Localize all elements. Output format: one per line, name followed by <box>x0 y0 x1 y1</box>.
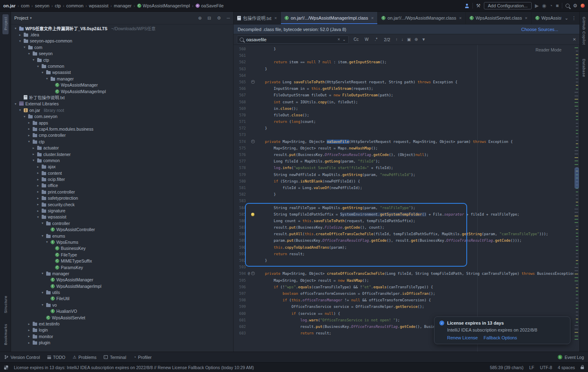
code-line[interactable]: 577 Long fileId = MapUtils.getLong(param… <box>234 158 573 165</box>
tree-chevron-icon[interactable]: ▾ <box>45 77 49 80</box>
intention-bulb-icon[interactable] <box>251 213 254 216</box>
tree-item[interactable]: ▾wpsassist <box>11 69 233 76</box>
tree-chevron-icon[interactable]: ▾ <box>27 140 31 143</box>
tree-chevron-icon[interactable]: ▾ <box>40 272 45 275</box>
code-line[interactable]: 561 <box>234 52 573 59</box>
editor-tab[interactable]: Con.jar!/.../WpsAssistManager.class× <box>378 12 466 24</box>
close-tab-icon[interactable]: × <box>274 16 277 20</box>
tree-item[interactable]: CWpsAssistManagerImpl <box>11 88 233 94</box>
tree-item[interactable]: CWpsAssistManagerImpl <box>11 283 233 289</box>
tree-chevron-icon[interactable]: ▸ <box>27 341 31 345</box>
reader-mode-label[interactable]: Reader Mode <box>535 47 561 52</box>
tree-chevron-icon[interactable]: ▸ <box>27 328 31 332</box>
code-line[interactable]: 589 param.put(BusinessKey.OfficeTransRes… <box>234 237 573 244</box>
code-line[interactable]: 588 result.putAll(this.createOfficeTrans… <box>234 231 573 237</box>
filter-search-icon[interactable]: ▼ <box>422 37 426 42</box>
add-configuration-button[interactable]: Add Configuration... <box>484 2 532 9</box>
clear-search-icon[interactable]: × <box>338 37 340 42</box>
code-line[interactable]: 585 String tempFileIdPathSuffix = System… <box>234 211 573 218</box>
code-line[interactable]: 596 if (!"wps".equals(canTransFileType) … <box>234 284 573 290</box>
tree-item[interactable]: ▸cmp.controller <box>11 132 233 138</box>
code-line[interactable]: 598 if (this.officeTransManager != null … <box>234 297 573 303</box>
tree-chevron-icon[interactable]: ▾ <box>40 303 45 307</box>
code-line[interactable]: 565− private Long saveFileToPath(HttpSer… <box>234 79 573 85</box>
close-tab-icon[interactable]: × <box>459 16 461 20</box>
profiler-icon[interactable]: ◔ <box>550 3 552 8</box>
tree-chevron-icon[interactable]: ▸ <box>27 127 31 131</box>
code-line[interactable]: 578 log.info("wpsAssist SaveFile start!f… <box>234 165 573 171</box>
close-tab-icon[interactable]: × <box>371 16 374 20</box>
tree-item[interactable]: ▾common <box>11 63 233 69</box>
tree-item[interactable]: CWpsAssistServlet <box>11 314 233 321</box>
tree-chevron-icon[interactable]: ▸ <box>27 121 31 125</box>
code-line[interactable]: 581 fileId = Long.valueOf(newPdfFileId); <box>234 185 573 191</box>
code-line[interactable]: 583 <box>234 198 573 204</box>
tree-chevron-icon[interactable]: ▸ <box>31 146 36 150</box>
code-line[interactable]: 580 if (Strings.isNotBlank(newPdfFileId)… <box>234 178 573 185</box>
stripe-button-structure[interactable]: Structure <box>2 293 9 317</box>
breadcrumb-item[interactable]: moaSaveFile <box>196 3 224 8</box>
code-line[interactable]: 579 String newPdfFileId = MapUtils.getSt… <box>234 172 573 178</box>
tree-item[interactable]: ▸plugin <box>11 340 233 346</box>
code-line[interactable]: 567 FileOutputStream fileOut = new FileO… <box>234 92 573 98</box>
code-line[interactable]: 571 return (long)count; <box>234 118 573 125</box>
hidden-tabs-icon[interactable]: ⌄ <box>565 16 568 21</box>
tree-chevron-icon[interactable]: ▾ <box>18 39 22 43</box>
code-line[interactable]: 562 return item == null ? null : item.ge… <box>234 59 573 65</box>
code-line[interactable]: 595 Map<String, Object> result = new Has… <box>234 277 573 284</box>
tree-item[interactable]: ▸apps <box>11 120 233 126</box>
code-line[interactable]: 599 OfficeTransService service = OfficeT… <box>234 303 573 310</box>
build-hammer-icon[interactable]: ⚒ <box>476 3 481 8</box>
breadcrumb-item[interactable]: manager <box>114 3 131 8</box>
toolwindow-button-todo[interactable]: TODO <box>47 355 65 360</box>
tree-item[interactable]: ▾com.seeyon <box>11 113 233 119</box>
tree-item[interactable]: ▸monitor <box>11 333 233 339</box>
tree-chevron-icon[interactable]: ▾ <box>40 71 45 74</box>
tree-item[interactable]: ▾com <box>11 44 233 50</box>
tree-item[interactable]: CWpsAssistManager <box>11 82 233 88</box>
code-line[interactable]: 600 if (service == null) { <box>234 310 573 317</box>
code-line[interactable]: 592 } <box>234 257 573 264</box>
fold-icon[interactable]: − <box>251 272 255 275</box>
breadcrumb-item[interactable]: seeyon <box>35 3 49 8</box>
breadcrumb-item[interactable]: ctp <box>55 3 61 8</box>
breadcrumb-item[interactable]: common <box>66 3 83 8</box>
tree-item[interactable]: ▸ajax <box>11 164 233 170</box>
code-line[interactable]: 593 <box>234 264 573 270</box>
breadcrumb-item[interactable]: com <box>21 3 29 8</box>
search-query[interactable]: oasavefile <box>246 37 267 42</box>
tree-chevron-icon[interactable]: ▾ <box>31 58 36 62</box>
toolwindow-button-version-control[interactable]: Version Control <box>4 355 40 360</box>
tree-item[interactable]: ▾on.jarlibrary root <box>11 107 233 113</box>
tree-item[interactable]: ▾WPS任意文件上传漏洞补丁_V8.0sp2&LTS~/Downloads/WP… <box>11 25 233 31</box>
tree-item[interactable]: 补丁包操作说明.txt <box>11 94 233 100</box>
toolwindow-button-profiler[interactable]: ◔Profiler <box>134 355 151 360</box>
tree-chevron-icon[interactable]: ▾ <box>18 108 22 112</box>
settings-gear-icon[interactable]: ⚙ <box>573 3 577 8</box>
tree-chevron-icon[interactable]: ▸ <box>36 190 40 194</box>
tree-chevron-icon[interactable]: ▾ <box>40 291 45 294</box>
search-history-icon[interactable]: ⌄ <box>343 37 346 42</box>
tree-chevron-icon[interactable]: ▾ <box>22 115 27 118</box>
tree-item[interactable]: CWpsAssistManager <box>11 277 233 283</box>
code-line[interactable]: 570 fileOut.close(); <box>234 112 573 118</box>
fold-icon[interactable]: − <box>251 140 255 143</box>
editor-tab[interactable]: CWpsAssistController.class× <box>532 12 561 24</box>
tree-item[interactable]: CFileType <box>11 252 233 258</box>
debug-icon[interactable]: ◉ <box>542 3 546 8</box>
code-line[interactable]: 560 } <box>234 46 573 52</box>
toolwindow-switcher-icon[interactable] <box>4 365 8 370</box>
scrollbar-thumb[interactable] <box>575 167 579 189</box>
tree-item[interactable]: ▾ctp <box>11 138 233 145</box>
tree-item[interactable]: ▸cluster.listener <box>11 151 233 157</box>
indent-indicator[interactable]: 4 spaces <box>558 365 575 370</box>
fold-icon[interactable]: − <box>251 80 255 84</box>
tree-item[interactable]: CFileUtil <box>11 296 233 302</box>
tree-chevron-icon[interactable]: ▾ <box>13 102 18 106</box>
close-search-icon[interactable]: ✕ <box>573 37 576 42</box>
code-with-me-icon[interactable] <box>465 4 469 8</box>
stripe-button-project[interactable]: Project <box>2 14 9 34</box>
tree-chevron-icon[interactable]: ▾ <box>40 221 45 225</box>
tree-item[interactable]: CWpsAssistController <box>11 227 233 233</box>
code-line[interactable]: 575 Map<String, Object> result = Maps.ne… <box>234 145 573 151</box>
